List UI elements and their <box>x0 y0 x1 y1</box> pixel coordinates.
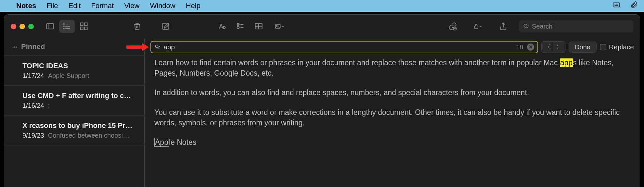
checklist-button[interactable] <box>233 20 248 33</box>
new-note-button[interactable] <box>158 20 174 33</box>
pinned-section-header[interactable]: Pinned <box>4 38 144 56</box>
menu-window[interactable]: Window <box>150 2 175 10</box>
keyboard-input-icon[interactable] <box>612 1 621 11</box>
pinned-label: Pinned <box>21 43 45 51</box>
note-preview: Confused between choosi… <box>48 132 129 139</box>
menubar: Notes File Edit Format View Window Help <box>0 0 644 12</box>
note-preview: Apple Support <box>48 72 89 80</box>
media-button[interactable] <box>269 20 290 33</box>
menu-file[interactable]: File <box>46 2 58 10</box>
window-controls <box>11 24 34 29</box>
svg-rect-9 <box>81 23 83 26</box>
note-text: You can use it to substitute a word or m… <box>154 107 630 128</box>
fullscreen-window[interactable] <box>28 24 34 29</box>
svg-rect-21 <box>276 24 280 28</box>
find-input-wrapper[interactable]: 18 ✕ <box>150 41 538 53</box>
svg-point-7 <box>64 26 64 27</box>
note-title: Use CMD + F after writing to c… <box>22 92 136 100</box>
svg-rect-11 <box>81 27 83 30</box>
clear-find-icon[interactable]: ✕ <box>527 44 534 51</box>
replace-checkbox[interactable] <box>600 44 606 50</box>
close-window[interactable] <box>11 24 16 29</box>
svg-point-25 <box>524 24 527 27</box>
toggle-sidebar-button[interactable] <box>42 20 58 33</box>
svg-point-8 <box>64 28 64 29</box>
svg-rect-1 <box>47 24 54 29</box>
note-preview: : <box>48 102 50 109</box>
find-match: App <box>154 138 169 147</box>
replace-toggle[interactable]: Replace <box>600 43 634 51</box>
find-match-current: app <box>560 58 573 67</box>
note-content[interactable]: Learn how to find certain words or phras… <box>154 57 630 156</box>
svg-rect-0 <box>613 3 620 7</box>
note-title: TOPIC IDEAS <box>22 62 136 70</box>
notes-window: Search Pinned TOPIC IDEAS 1/17/24Apple S… <box>4 14 640 187</box>
svg-point-27 <box>155 45 158 47</box>
find-nav: 〈 〉 <box>541 41 565 53</box>
find-previous-button[interactable]: 〈 <box>542 42 553 53</box>
note-text: Learn how to find certain words or phras… <box>154 58 560 67</box>
minimize-window[interactable] <box>19 24 25 29</box>
search-field[interactable]: Search <box>519 20 633 32</box>
search-placeholder: Search <box>532 23 552 30</box>
note-list-item[interactable]: Use CMD + F after writing to c… 1/16/24: <box>4 86 144 116</box>
note-text: In addition to words, you can also find … <box>154 87 630 98</box>
note-date: 1/16/24 <box>22 102 44 109</box>
menu-format[interactable]: Format <box>91 2 114 10</box>
note-list-item[interactable]: TOPIC IDEAS 1/17/24Apple Support <box>4 56 144 86</box>
note-editor[interactable]: 18 ✕ 〈 〉 Done Replace Learn how to find … <box>145 38 640 187</box>
app-menu[interactable]: Notes <box>16 2 36 10</box>
toolbar: Search <box>4 15 640 38</box>
replace-label: Replace <box>609 43 634 51</box>
note-text: le Notes <box>169 138 196 146</box>
delete-note-button[interactable] <box>129 20 145 33</box>
svg-rect-12 <box>84 27 87 30</box>
lock-button[interactable] <box>468 20 488 33</box>
format-text-button[interactable] <box>214 20 230 33</box>
share-button[interactable] <box>496 20 511 33</box>
find-next-button[interactable]: 〉 <box>553 42 565 53</box>
note-date: 9/19/23 <box>22 132 44 139</box>
table-button[interactable] <box>251 20 266 33</box>
note-title: X reasons to buy iPhone 15 Pr… <box>22 121 136 130</box>
note-date: 1/17/24 <box>22 72 44 80</box>
svg-rect-24 <box>475 26 478 29</box>
link-button[interactable] <box>445 20 460 33</box>
list-view-button[interactable] <box>59 20 75 33</box>
svg-line-28 <box>158 47 159 49</box>
find-result-count: 18 <box>516 44 523 51</box>
notes-list-sidebar: Pinned TOPIC IDEAS 1/17/24Apple Support … <box>4 38 145 187</box>
svg-point-6 <box>64 24 64 24</box>
content-area: Pinned TOPIC IDEAS 1/17/24Apple Support … <box>4 38 640 187</box>
pin-icon <box>12 44 18 50</box>
find-bar: 18 ✕ 〈 〉 Done Replace <box>150 41 634 54</box>
svg-point-17 <box>237 26 239 29</box>
menu-edit[interactable]: Edit <box>69 2 81 10</box>
find-done-button[interactable]: Done <box>569 42 597 53</box>
menu-view[interactable]: View <box>124 2 139 10</box>
svg-rect-10 <box>84 23 87 26</box>
search-icon <box>154 44 161 50</box>
paperclip-icon[interactable] <box>630 1 638 11</box>
note-list-item[interactable]: X reasons to buy iPhone 15 Pr… 9/19/23Co… <box>4 116 144 145</box>
menu-help[interactable]: Help <box>186 2 200 10</box>
find-input[interactable] <box>163 43 513 51</box>
svg-line-26 <box>527 27 528 29</box>
gallery-view-button[interactable] <box>76 20 92 33</box>
